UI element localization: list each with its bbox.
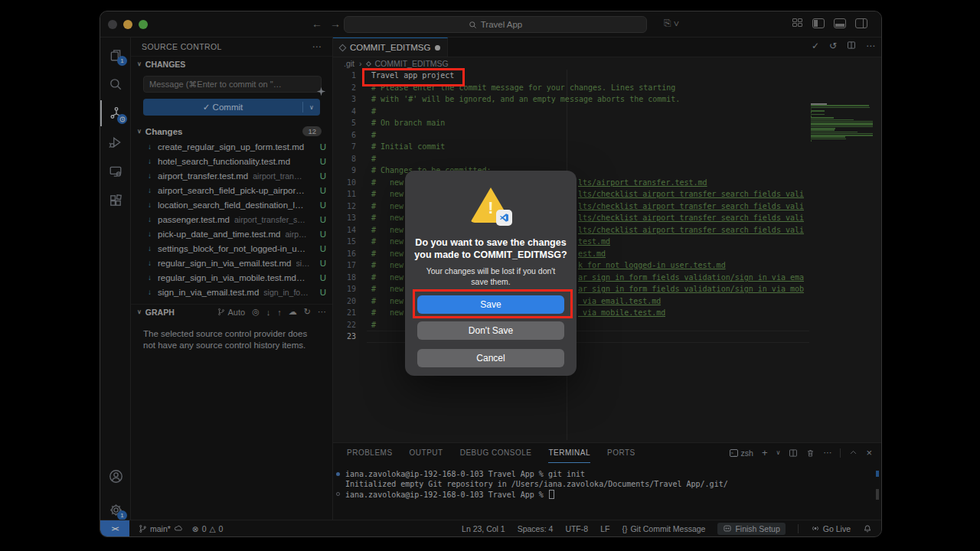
save-changes-dialog: ! Do you want to save the changes you ma… bbox=[405, 171, 577, 376]
dont-save-button[interactable]: Don't Save bbox=[417, 321, 564, 340]
vscode-logo-badge bbox=[496, 210, 512, 226]
annotation-box-save-button bbox=[413, 289, 573, 318]
cancel-button[interactable]: Cancel bbox=[417, 349, 564, 367]
exclamation-mark: ! bbox=[488, 198, 493, 218]
warning-icon: ! bbox=[468, 186, 514, 226]
dialog-message: Your changes will be lost if you don't s… bbox=[420, 266, 561, 287]
dialog-title: Do you want to save the changes you made… bbox=[414, 236, 567, 261]
annotation-box-commit-message bbox=[362, 68, 465, 86]
vscode-window: ← → Travel App ⎘ ∨ 1 bbox=[100, 11, 882, 537]
